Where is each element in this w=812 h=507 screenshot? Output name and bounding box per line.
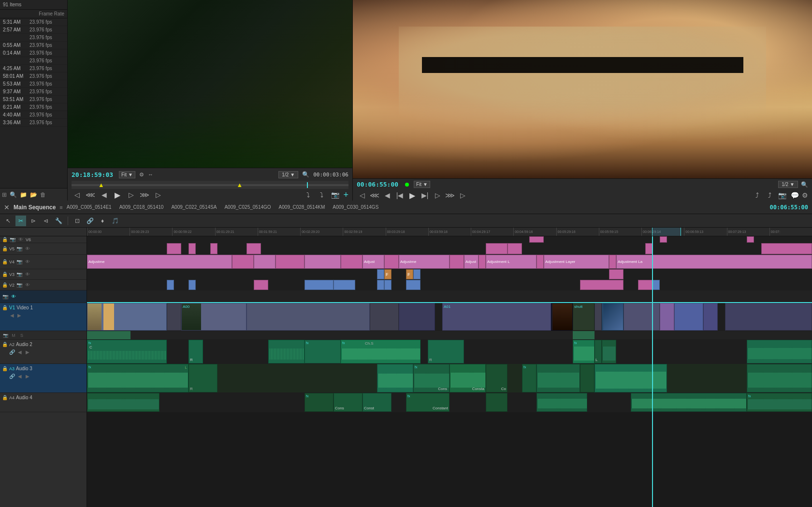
track-v1-camera-icon[interactable]: 📷: [2, 293, 9, 300]
folder-icon[interactable]: 📁: [20, 191, 27, 198]
track-v2-camera-icon[interactable]: 📷: [16, 282, 23, 289]
timeline-tab-4[interactable]: A009_C025_0514GO: [224, 204, 271, 210]
track-a2-sync-icon[interactable]: 🔗: [9, 348, 15, 355]
prog-mark-out[interactable]: ▷: [457, 190, 468, 201]
audio-clip-a2-6[interactable]: R: [428, 340, 464, 363]
mark-out-button[interactable]: ▷: [153, 189, 163, 200]
track-v1-eye-icon[interactable]: 👁: [10, 293, 17, 300]
lock-icon[interactable]: 🔒: [2, 272, 8, 277]
clip-v1-12[interactable]: [660, 303, 674, 331]
audio-clip-a2-4[interactable]: fx: [304, 340, 341, 363]
export-frame-button[interactable]: 📷: [330, 189, 340, 200]
source-scrubber[interactable]: [72, 181, 348, 189]
clip-v5-3[interactable]: [210, 243, 218, 254]
audio-clip-a4-4[interactable]: Const: [362, 393, 392, 412]
audio-clip-a3-7[interactable]: fx: [522, 364, 536, 392]
clip-v4-3[interactable]: [276, 255, 304, 269]
clip-v2-7[interactable]: [384, 280, 392, 290]
clip-v3-4[interactable]: [413, 269, 420, 279]
clip-v6-3[interactable]: [747, 236, 754, 243]
clip-v2-3[interactable]: [254, 280, 268, 290]
audio-clip-a4-8[interactable]: [631, 393, 747, 412]
clip-adjustment-9[interactable]: Adjustment La: [616, 255, 812, 269]
clip-v1-1[interactable]: [87, 303, 167, 331]
timeline-tab-3[interactable]: A009_C022_0514SA: [171, 204, 217, 210]
track-a-mute-icon[interactable]: M: [10, 332, 17, 339]
list-item[interactable]: 3:36 AM23.976 fps: [0, 119, 67, 127]
ripple-tool[interactable]: ⊳: [28, 216, 39, 226]
clip-v2-8[interactable]: [406, 280, 420, 290]
track-a3-next-icon[interactable]: ▶: [24, 373, 31, 379]
overwrite-button[interactable]: ⤵: [316, 189, 327, 200]
source-settings-icon[interactable]: ⚙: [139, 172, 144, 178]
clip-v4-6[interactable]: [450, 255, 464, 269]
timeline-menu-icon[interactable]: ≡: [59, 204, 62, 210]
clip-adjustment-1[interactable]: Adjustme: [87, 255, 232, 269]
prog-step-fwd2[interactable]: ⋙: [445, 190, 455, 201]
clip-v1-9[interactable]: [594, 303, 602, 331]
prog-step-fwd[interactable]: ▶|: [420, 190, 430, 201]
list-item[interactable]: 4:40 AM23.976 fps: [0, 111, 67, 119]
track-v6-camera-icon[interactable]: 📷: [9, 236, 16, 243]
clip-v5-6[interactable]: [508, 243, 522, 254]
source-timecode[interactable]: 20:18:59:03: [72, 171, 115, 178]
source-scale-dropdown[interactable]: 1/2 ▼: [278, 171, 298, 178]
list-item[interactable]: 0:14 AM23.976 fps: [0, 49, 67, 57]
timeline-tab-5[interactable]: A009_C028_0514KM: [279, 204, 325, 210]
clip-v2-4[interactable]: [304, 280, 334, 290]
linked-button[interactable]: 🔗: [85, 216, 95, 226]
new-bin-icon[interactable]: 📂: [30, 191, 37, 198]
clip-v4-2[interactable]: [232, 255, 254, 269]
clip-v5-5[interactable]: [486, 243, 508, 254]
track-a3-sync-icon[interactable]: 🔗: [9, 373, 15, 379]
prog-add-button[interactable]: ⚙: [802, 191, 808, 199]
lock-icon[interactable]: 🔒: [2, 282, 8, 288]
clip-v3-2[interactable]: F: [384, 269, 392, 279]
program-fit-dropdown[interactable]: Fit ▼: [414, 181, 430, 188]
track-a3-prev-icon[interactable]: ◀: [16, 373, 23, 379]
clip-v4-7[interactable]: [478, 255, 486, 269]
clip-adjustment-4[interactable]: Adjust: [362, 255, 384, 269]
list-item[interactable]: 23.976 fps: [0, 57, 67, 65]
lock-icon-a2[interactable]: 🔒: [2, 342, 8, 347]
prog-comment[interactable]: 💬: [789, 190, 800, 201]
timeline-tab-2[interactable]: A009_C018_051410: [119, 204, 164, 210]
lock-icon[interactable]: 🔒: [2, 237, 8, 242]
step-back-button[interactable]: ⋘: [85, 189, 96, 200]
list-item[interactable]: 2:57 AM23.976 fps: [0, 26, 67, 34]
audio-clip-a2-5[interactable]: fx Ch.S: [341, 340, 420, 363]
clip-v1-13[interactable]: [674, 303, 703, 331]
track-v4-camera-icon[interactable]: 📷: [16, 259, 23, 265]
clip-v5-4[interactable]: [246, 243, 261, 254]
clip-v4-5[interactable]: [384, 255, 399, 269]
razor-tool[interactable]: ✂: [15, 216, 26, 226]
clip-v1-5[interactable]: [399, 303, 435, 331]
prog-step-back[interactable]: ⋘: [369, 190, 380, 201]
clip-v1-4[interactable]: [370, 303, 399, 331]
clip-adjustment-6[interactable]: Adjust: [464, 255, 478, 269]
prog-next-frame[interactable]: ▷: [432, 190, 443, 201]
clip-adjustment-2[interactable]: [254, 255, 276, 269]
clip-v1-2[interactable]: A00: [181, 303, 246, 331]
timeline-tab-6[interactable]: A009_C030_0514GS: [333, 204, 378, 210]
audio-clip-a3-6[interactable]: Co: [486, 364, 508, 392]
list-item[interactable]: 23.976 fps: [0, 34, 67, 42]
clip-v4-8[interactable]: [536, 255, 544, 269]
clip-v3-1[interactable]: [377, 269, 384, 279]
clip-v5-2[interactable]: [188, 243, 196, 254]
audio-clip-a3-3[interactable]: [377, 364, 413, 392]
clip-v5-7[interactable]: [645, 243, 652, 254]
insert-button[interactable]: ⤵: [303, 189, 313, 200]
source-fit-dropdown[interactable]: Fit ▼: [119, 171, 135, 178]
selection-tool[interactable]: ↖: [3, 216, 14, 226]
audio-clip-a3-8[interactable]: [536, 364, 580, 392]
audio-clip-a3-11[interactable]: [747, 364, 812, 392]
audio-clip-a4-9[interactable]: fx: [747, 393, 812, 412]
clip-v1-7[interactable]: [551, 303, 573, 331]
lock-icon[interactable]: 🔒: [2, 305, 8, 310]
list-item[interactable]: 58:01 AM23.976 fps: [0, 72, 67, 80]
timeline-current-timecode[interactable]: 00:06:55:00: [770, 204, 808, 211]
clip-adjustment-3[interactable]: [304, 255, 341, 269]
clip-v1-14[interactable]: [703, 303, 718, 331]
mark-in-button[interactable]: ◁: [72, 189, 82, 200]
